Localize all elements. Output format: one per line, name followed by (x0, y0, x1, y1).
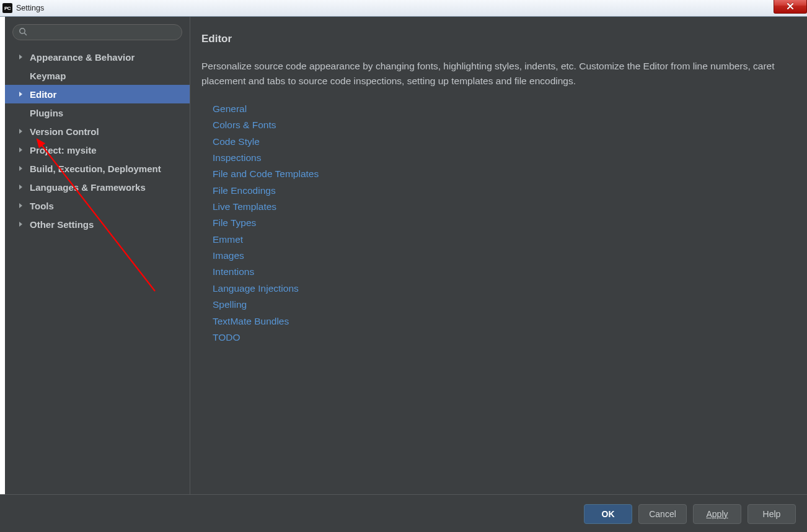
settings-content: Editor Personalize source code appearanc… (190, 17, 807, 494)
editor-sublink[interactable]: TODO (213, 329, 796, 346)
chevron-right-icon (19, 165, 26, 172)
editor-sublink[interactable]: Images (213, 248, 796, 264)
editor-sublink[interactable]: Spelling (213, 297, 796, 313)
window-title: Settings (16, 4, 44, 12)
editor-sublink[interactable]: File Types (213, 215, 796, 231)
tree-item-label: Build, Execution, Deployment (30, 164, 161, 174)
page-title: Editor (201, 33, 796, 45)
settings-sidebar: Appearance & BehaviorKeymapEditorPlugins… (0, 17, 190, 494)
tree-item[interactable]: Editor (5, 85, 190, 103)
svg-line-1 (24, 33, 26, 35)
search-icon (19, 27, 27, 38)
chevron-right-icon (19, 91, 26, 97)
tree-item[interactable]: Appearance & Behavior (5, 48, 190, 66)
editor-sublink[interactable]: TextMate Bundles (213, 313, 796, 329)
editor-sublink[interactable]: File Encodings (213, 183, 796, 199)
tree-item-label: Appearance & Behavior (30, 52, 134, 63)
settings-tree: Appearance & BehaviorKeymapEditorPlugins… (5, 48, 190, 233)
tree-item-label: Keymap (30, 71, 66, 81)
tree-item-label: Languages & Frameworks (30, 182, 146, 193)
tree-item-label: Project: mysite (30, 145, 97, 155)
chevron-right-icon (19, 203, 26, 209)
close-button[interactable] (774, 0, 807, 14)
editor-sublink[interactable]: General (213, 101, 796, 117)
ok-button[interactable]: OK (584, 504, 632, 524)
editor-subpage-links: GeneralColors & FontsCode StyleInspectio… (201, 101, 796, 346)
title-bar: PC Settings (0, 0, 807, 17)
chevron-right-icon (19, 54, 26, 60)
search-input[interactable] (12, 24, 182, 40)
tree-item[interactable]: Project: mysite (5, 141, 190, 159)
editor-sublink[interactable]: File and Code Templates (213, 166, 796, 182)
editor-sublink[interactable]: Code Style (213, 134, 796, 150)
editor-sublink[interactable]: Intentions (213, 264, 796, 280)
help-button[interactable]: Help (747, 504, 796, 524)
editor-sublink[interactable]: Language Injections (213, 281, 796, 297)
close-icon (787, 2, 794, 10)
chevron-right-icon (19, 147, 26, 153)
tree-item[interactable]: Languages & Frameworks (5, 178, 190, 196)
dialog-button-row: OK Cancel Apply Help (0, 494, 807, 532)
editor-sublink[interactable]: Emmet (213, 232, 796, 248)
editor-sublink[interactable]: Inspections (213, 150, 796, 166)
editor-sublink[interactable]: Live Templates (213, 199, 796, 215)
tree-item[interactable]: Tools (5, 196, 190, 215)
editor-sublink[interactable]: Colors & Fonts (213, 117, 796, 133)
app-icon: PC (2, 3, 12, 13)
tree-item-label: Editor (30, 89, 56, 100)
cancel-button[interactable]: Cancel (638, 504, 687, 524)
chevron-right-icon (19, 184, 26, 190)
tree-item-label: Tools (30, 201, 54, 211)
tree-item-label: Version Control (30, 126, 99, 137)
tree-item[interactable]: Version Control (5, 122, 190, 141)
tree-item[interactable]: Other Settings (5, 215, 190, 233)
tree-item[interactable]: Plugins (5, 103, 190, 122)
chevron-right-icon (19, 221, 26, 227)
page-description: Personalize source code appearance by ch… (201, 59, 778, 89)
tree-item[interactable]: Build, Execution, Deployment (5, 159, 190, 178)
apply-button[interactable]: Apply (693, 504, 741, 524)
tree-item-label: Plugins (30, 108, 63, 118)
tree-item-label: Other Settings (30, 219, 94, 230)
tree-item[interactable]: Keymap (5, 66, 190, 85)
chevron-right-icon (19, 128, 26, 134)
